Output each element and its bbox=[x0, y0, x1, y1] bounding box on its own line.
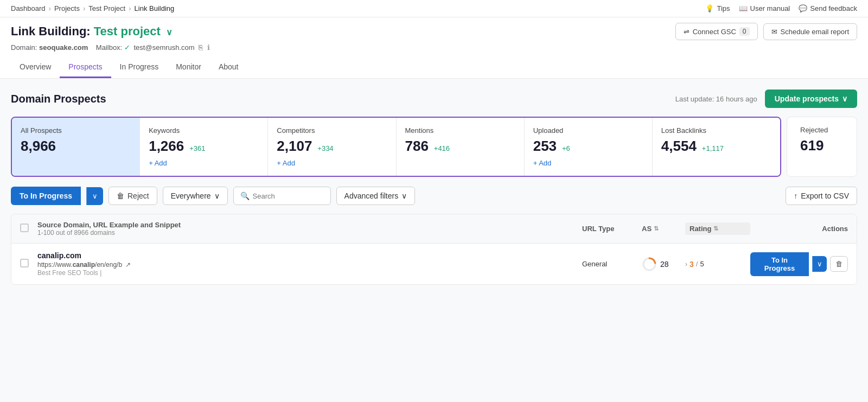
tab-monitor[interactable]: Monitor bbox=[167, 57, 210, 78]
url-anchor[interactable]: canalip bbox=[73, 261, 95, 269]
rating-sort-icon[interactable]: ⇅ bbox=[713, 225, 718, 232]
book-icon: 📖 bbox=[739, 4, 748, 12]
row-source: canalip.com https://www.canalip/en/eng/b… bbox=[37, 251, 582, 277]
breadcrumb-test-project[interactable]: Test Project bbox=[88, 4, 125, 12]
everywhere-dropdown[interactable]: Everywhere ∨ bbox=[163, 187, 228, 205]
th-url-type: URL Type bbox=[582, 225, 642, 233]
th-source: Source Domain, URL Example and Snippet 1… bbox=[37, 221, 582, 237]
row-to-in-progress-button[interactable]: To In Progress bbox=[750, 252, 809, 276]
search-box: 🔍 bbox=[233, 187, 331, 205]
table-row: canalip.com https://www.canalip/en/eng/b… bbox=[11, 244, 857, 284]
header-checkbox[interactable] bbox=[20, 224, 29, 232]
last-update-text: Last update: 16 hours ago bbox=[675, 95, 757, 103]
section-title: Domain Prospects bbox=[11, 93, 106, 105]
send-feedback-link[interactable]: 💬 Send feedback bbox=[799, 4, 857, 12]
as-circle-progress bbox=[642, 257, 657, 272]
header-buttons: ⇌ Connect GSC 0 ✉ Schedule email report bbox=[675, 23, 857, 40]
gsc-count-badge: 0 bbox=[739, 27, 750, 36]
page-title: Link Building: Test project ∨ bbox=[11, 24, 173, 39]
rating-arrow-icon: › bbox=[685, 260, 687, 268]
export-icon: ↑ bbox=[794, 192, 797, 200]
advanced-filters-button[interactable]: Advanced filters ∨ bbox=[336, 187, 416, 205]
tips-link[interactable]: 💡 Tips bbox=[705, 4, 730, 12]
row-to-in-progress-chevron[interactable]: ∨ bbox=[812, 256, 827, 272]
row-rating: › 3 / 5 bbox=[685, 260, 750, 269]
search-icon: 🔍 bbox=[240, 192, 250, 200]
external-link-icon[interactable]: ↗ bbox=[125, 261, 131, 269]
export-csv-button[interactable]: ↑ Export to CSV bbox=[786, 187, 857, 205]
prospects-table: Source Domain, URL Example and Snippet 1… bbox=[11, 214, 857, 285]
tab-in-progress[interactable]: In Progress bbox=[111, 57, 168, 78]
card-lost-backlinks[interactable]: Lost Backlinks 4,554 +1,117 bbox=[653, 118, 780, 176]
uploaded-add-link[interactable]: + Add bbox=[533, 159, 643, 167]
to-in-progress-button[interactable]: To In Progress bbox=[11, 187, 81, 205]
th-actions: Actions bbox=[750, 225, 848, 233]
update-chevron-icon: ∨ bbox=[842, 94, 847, 103]
cards-area: All Prospects 8,966 Keywords 1,266 +361 … bbox=[11, 117, 857, 177]
row-as: 28 bbox=[642, 257, 685, 272]
search-input[interactable] bbox=[253, 192, 323, 200]
trash-icon: 🗑 bbox=[117, 192, 124, 200]
copy-email-icon[interactable]: ⎘ bbox=[199, 43, 203, 52]
breadcrumb: Dashboard › Projects › Test Project › Li… bbox=[11, 4, 174, 12]
prospect-group: All Prospects 8,966 Keywords 1,266 +361 … bbox=[11, 117, 781, 177]
page-header: Link Building: Test project ∨ ⇌ Connect … bbox=[0, 17, 868, 79]
rating-denom: 5 bbox=[700, 260, 704, 268]
th-as[interactable]: AS ⇅ bbox=[642, 225, 685, 233]
gsc-icon: ⇌ bbox=[684, 28, 690, 36]
project-chevron-icon[interactable]: ∨ bbox=[166, 28, 173, 37]
th-rating[interactable]: Rating ⇅ bbox=[685, 222, 750, 235]
competitors-add-link[interactable]: + Add bbox=[277, 159, 387, 167]
header-row1: Link Building: Test project ∨ ⇌ Connect … bbox=[11, 23, 857, 40]
advanced-filters-chevron-icon: ∨ bbox=[401, 192, 407, 200]
breadcrumb-link-building: Link Building bbox=[135, 4, 175, 12]
breadcrumb-dashboard[interactable]: Dashboard bbox=[11, 4, 46, 12]
toolbar: To In Progress ∨ 🗑 Reject Everywhere ∨ 🔍… bbox=[11, 187, 857, 205]
tabs: Overview Prospects In Progress Monitor A… bbox=[11, 57, 857, 78]
keywords-add-link[interactable]: + Add bbox=[149, 159, 259, 167]
update-prospects-button[interactable]: Update prospects ∨ bbox=[765, 90, 857, 108]
card-competitors[interactable]: Competitors 2,107 +334 + Add bbox=[268, 118, 396, 176]
th-checkbox bbox=[20, 224, 37, 234]
info-icon[interactable]: ℹ bbox=[207, 43, 210, 52]
section-header-right: Last update: 16 hours ago Update prospec… bbox=[675, 90, 857, 108]
card-rejected[interactable]: Rejected 619 bbox=[787, 117, 857, 177]
table-header: Source Domain, URL Example and Snippet 1… bbox=[11, 214, 857, 244]
connect-gsc-button[interactable]: ⇌ Connect GSC 0 bbox=[675, 23, 758, 40]
card-all-prospects[interactable]: All Prospects 8,966 bbox=[12, 118, 140, 176]
mailbox-email: test@semrush.com bbox=[134, 43, 195, 52]
section-header: Domain Prospects Last update: 16 hours a… bbox=[11, 90, 857, 108]
header-meta: Domain: seoquake.com Mailbox: ✓ test@sem… bbox=[11, 43, 857, 52]
as-sort-icon[interactable]: ⇅ bbox=[654, 225, 659, 232]
as-value: 28 bbox=[660, 260, 669, 269]
rating-num: 3 bbox=[690, 260, 694, 269]
schedule-email-button[interactable]: ✉ Schedule email report bbox=[763, 23, 857, 40]
row-actions: To In Progress ∨ 🗑 bbox=[750, 252, 848, 276]
domain-name[interactable]: canalip.com bbox=[37, 251, 582, 260]
card-keywords[interactable]: Keywords 1,266 +361 + Add bbox=[140, 118, 268, 176]
mailbox-check-icon: ✓ bbox=[124, 43, 130, 52]
tab-prospects[interactable]: Prospects bbox=[60, 57, 111, 78]
dropdown-chevron-icon: ∨ bbox=[214, 192, 220, 200]
project-name[interactable]: Test project bbox=[94, 24, 161, 38]
card-mentions[interactable]: Mentions 786 +416 bbox=[397, 118, 525, 176]
row-url-type: General bbox=[582, 260, 642, 268]
breadcrumb-projects[interactable]: Projects bbox=[54, 4, 80, 12]
tab-about[interactable]: About bbox=[210, 57, 247, 78]
top-bar: Dashboard › Projects › Test Project › Li… bbox=[0, 0, 868, 17]
top-actions: 💡 Tips 📖 User manual 💬 Send feedback bbox=[705, 4, 857, 12]
to-in-progress-chevron[interactable]: ∨ bbox=[86, 187, 103, 205]
row-delete-button[interactable]: 🗑 bbox=[830, 256, 848, 272]
email-icon: ✉ bbox=[771, 28, 777, 36]
card-uploaded[interactable]: Uploaded 253 +6 + Add bbox=[525, 118, 653, 176]
main-content: Domain Prospects Last update: 16 hours a… bbox=[0, 79, 868, 296]
row-trash-icon: 🗑 bbox=[835, 260, 843, 268]
row-checkbox[interactable] bbox=[20, 259, 37, 269]
reject-button[interactable]: 🗑 Reject bbox=[108, 187, 157, 205]
url-link: https://www.canalip/en/eng/b ↗ bbox=[37, 261, 582, 269]
tab-overview[interactable]: Overview bbox=[11, 57, 60, 78]
feedback-icon: 💬 bbox=[799, 4, 807, 12]
domain-value: seoquake.com bbox=[39, 43, 88, 52]
user-manual-link[interactable]: 📖 User manual bbox=[739, 4, 790, 12]
snippet-text: Best Free SEO Tools | bbox=[37, 269, 582, 277]
